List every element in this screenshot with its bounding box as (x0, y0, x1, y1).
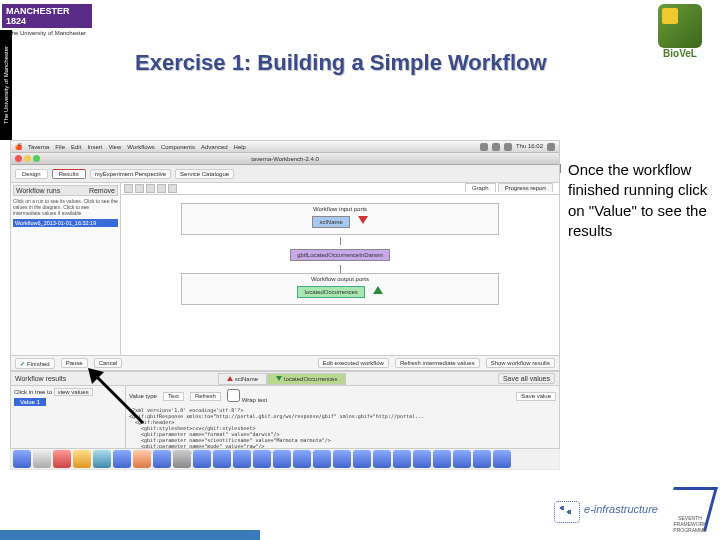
view-values-button[interactable]: view values (54, 388, 93, 396)
apple-icon[interactable]: 🍎 (15, 143, 22, 150)
dock-app-icon[interactable] (473, 450, 491, 468)
value-1-node[interactable]: Value 1 (14, 398, 46, 406)
app-name[interactable]: Taverna (28, 144, 49, 150)
dock-app-icon[interactable] (433, 450, 451, 468)
zoom-icon[interactable] (33, 155, 40, 162)
refresh-values-button[interactable]: Refresh intermediate values (395, 358, 480, 368)
tab-results[interactable]: Results (52, 169, 86, 179)
fp7-logo: SEVENTH FRAMEWORK PROGRAMME (668, 487, 712, 531)
dock-app-icon[interactable] (133, 450, 151, 468)
dock-app-icon[interactable] (73, 450, 91, 468)
dock-app-icon[interactable] (193, 450, 211, 468)
save-value-button[interactable]: Save value (516, 392, 556, 401)
diagram-canvas: Graph Progress report Workflow input por… (121, 183, 559, 355)
down-triangle-icon (358, 216, 368, 224)
dock-app-icon[interactable] (373, 450, 391, 468)
finished-status: ✓Finished (15, 358, 55, 369)
up-triangle-icon (373, 286, 383, 294)
mac-dock (10, 448, 560, 470)
dock-app-icon[interactable] (153, 450, 171, 468)
tab-graph[interactable]: Graph (465, 183, 496, 192)
dock-app-icon[interactable] (413, 450, 431, 468)
sciname-port[interactable]: sciName (312, 216, 349, 228)
tool-icon[interactable] (146, 184, 155, 193)
tab-design[interactable]: Design (15, 169, 48, 179)
dock-app-icon[interactable] (393, 450, 411, 468)
dock-app-icon[interactable] (173, 450, 191, 468)
dock-app-icon[interactable] (213, 450, 231, 468)
located-port[interactable]: locatedOccurrences (297, 286, 364, 298)
dock-app-icon[interactable] (453, 450, 471, 468)
menu-insert[interactable]: Insert (87, 144, 102, 150)
value-type-select[interactable]: Text (163, 392, 184, 401)
remove-button[interactable]: Remove (89, 187, 115, 194)
results-tab-sciname[interactable]: sciName (218, 373, 267, 385)
cancel-button[interactable]: Cancel (94, 358, 123, 368)
dock-app-icon[interactable] (53, 450, 71, 468)
dock-app-icon[interactable] (353, 450, 371, 468)
menu-file[interactable]: File (55, 144, 65, 150)
slide-title: Exercise 1: Building a Simple Workflow (135, 50, 547, 76)
wrap-text-checkbox[interactable]: Wrap text (227, 389, 267, 404)
minimize-icon[interactable] (24, 155, 31, 162)
workflow-runs-pane: Workflow runs Remove Click on a run to s… (11, 183, 121, 355)
edit-workflow-button[interactable]: Edit executed workflow (318, 358, 389, 368)
tool-icon[interactable] (135, 184, 144, 193)
menu-help[interactable]: Help (234, 144, 246, 150)
menu-advanced[interactable]: Advanced (201, 144, 228, 150)
connector-line (340, 265, 341, 273)
spotlight-icon[interactable] (547, 143, 555, 151)
close-icon[interactable] (15, 155, 22, 162)
leaf-icon (658, 4, 702, 48)
perspective-toolbar: Design Results myExperiment Perspective … (11, 165, 559, 183)
menu-workflows[interactable]: Workflows (127, 144, 155, 150)
dock-app-icon[interactable] (233, 450, 251, 468)
biovel-text: BioVeL (646, 48, 714, 59)
dock-app-icon[interactable] (253, 450, 271, 468)
dock-app-icon[interactable] (273, 450, 291, 468)
refresh-button[interactable]: Refresh (190, 392, 221, 401)
dock-app-icon[interactable] (293, 450, 311, 468)
clock[interactable]: Thu 16:02 (516, 143, 543, 151)
manchester-subtitle: The University of Manchester (8, 30, 86, 36)
dock-app-icon[interactable] (313, 450, 331, 468)
output-ports-section: Workflow output ports locatedOccurrences (181, 273, 499, 305)
volume-icon[interactable] (504, 143, 512, 151)
pause-button[interactable]: Pause (61, 358, 88, 368)
dock-app-icon[interactable] (113, 450, 131, 468)
save-all-button[interactable]: Save all values (498, 373, 555, 384)
einfrastructure-logo: e-infrastructure (554, 503, 658, 515)
manchester-text: MANCHESTER (6, 6, 88, 16)
run-selected[interactable]: Workflow6_2013-01-01_16:32:19 (13, 219, 118, 227)
menu-components[interactable]: Components (161, 144, 195, 150)
instruction-text: Once the workflow finished running click… (568, 160, 708, 241)
tool-icon[interactable] (157, 184, 166, 193)
value-type-label: Value type (129, 393, 157, 400)
results-title: Workflow results (15, 375, 66, 382)
tab-progress[interactable]: Progress report (498, 183, 553, 192)
results-tab-located[interactable]: locatedOccurrences (267, 373, 346, 385)
results-header: Workflow results sciName locatedOccurren… (11, 372, 559, 386)
tool-icon[interactable] (124, 184, 133, 193)
wifi-icon[interactable] (492, 143, 500, 151)
dock-app-icon[interactable] (93, 450, 111, 468)
menu-edit[interactable]: Edit (71, 144, 81, 150)
dock-app-icon[interactable] (33, 450, 51, 468)
dock-finder-icon[interactable] (13, 450, 31, 468)
status-icon[interactable] (480, 143, 488, 151)
status-bar: ✓Finished Pause Cancel Edit executed wor… (11, 355, 559, 371)
dock-app-icon[interactable] (333, 450, 351, 468)
runs-description: Click on a run to see its values. Click … (13, 198, 118, 216)
connector-line (340, 237, 341, 245)
gbif-processor[interactable]: gbifLocatedOccurrenceInDarwin (290, 249, 390, 261)
menu-view[interactable]: View (108, 144, 121, 150)
myexperiment-button[interactable]: myExperiment Perspective (90, 169, 171, 179)
manchester-year: 1824 (6, 16, 88, 26)
show-results-button[interactable]: Show workflow results (486, 358, 555, 368)
footer-logos: e-infrastructure SEVENTH FRAMEWORK PROGR… (554, 484, 712, 534)
runs-header: Workflow runs (16, 187, 60, 194)
manchester-logo: MANCHESTER 1824 The University of Manche… (2, 4, 92, 36)
dock-app-icon[interactable] (493, 450, 511, 468)
tool-icon[interactable] (168, 184, 177, 193)
service-catalogue-button[interactable]: Service Catalogue (175, 169, 234, 179)
